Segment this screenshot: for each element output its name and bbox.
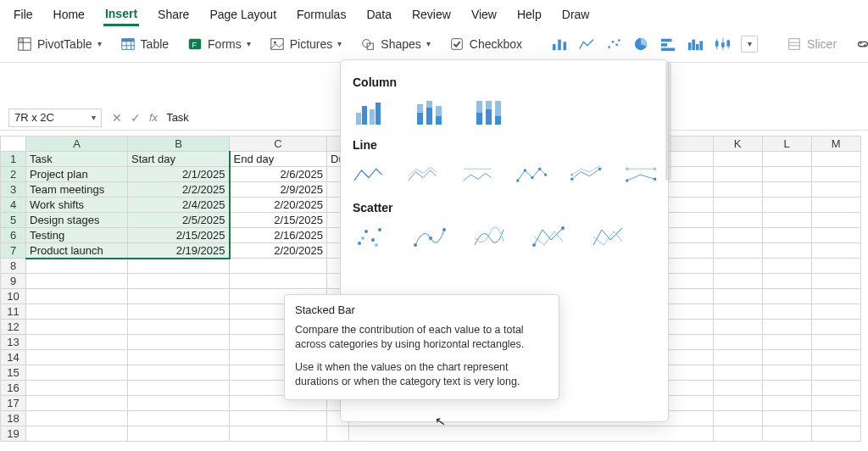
cell[interactable]: 2/15/2025 xyxy=(128,228,230,243)
row-header[interactable]: 5 xyxy=(1,213,26,228)
cell[interactable]: 2/19/2025 xyxy=(128,243,230,259)
accept-formula-icon[interactable]: ✓ xyxy=(131,111,141,125)
col-header-A[interactable]: A xyxy=(26,136,128,152)
tab-home[interactable]: Home xyxy=(52,4,86,25)
panel-scrollbar[interactable] xyxy=(665,62,671,181)
cell[interactable]: Task xyxy=(26,152,128,167)
row-header[interactable]: 19 xyxy=(1,426,26,442)
cell[interactable]: Design stages xyxy=(26,213,128,228)
percent-stacked-line-button[interactable] xyxy=(462,160,492,189)
chart-bar-icon[interactable] xyxy=(659,36,676,52)
shapes-button[interactable]: Shapes▾ xyxy=(355,33,435,55)
link-button[interactable]: Link xyxy=(850,33,868,55)
chart-line-icon[interactable] xyxy=(578,36,595,52)
pivottable-icon xyxy=(17,36,32,52)
chart-scatter-icon[interactable] xyxy=(605,36,622,52)
row-header[interactable]: 12 xyxy=(1,320,26,335)
chart-histogram-icon[interactable] xyxy=(687,36,704,52)
scatter-straight-markers-button[interactable] xyxy=(531,223,566,252)
cell[interactable]: 2/15/2025 xyxy=(230,213,327,228)
line-markers-button[interactable] xyxy=(516,160,547,189)
cell[interactable]: 2/20/2025 xyxy=(230,243,327,259)
row-header[interactable]: 6 xyxy=(1,228,26,243)
row-header[interactable]: 1 xyxy=(1,152,26,167)
percent-line-markers-button[interactable] xyxy=(626,160,656,189)
chart-stock-icon[interactable] xyxy=(714,36,731,52)
tab-page-layout[interactable]: Page Layout xyxy=(208,4,278,25)
row-header[interactable]: 14 xyxy=(1,350,26,365)
cell[interactable]: Product launch xyxy=(26,243,128,259)
row-header[interactable]: 4 xyxy=(1,198,26,213)
cell[interactable] xyxy=(713,152,762,167)
table-button[interactable]: Table xyxy=(115,33,174,55)
tab-draw[interactable]: Draw xyxy=(560,4,592,25)
scatter-smooth-markers-button[interactable] xyxy=(412,223,448,252)
cell[interactable]: Testing xyxy=(26,228,128,243)
svg-point-21 xyxy=(615,43,618,46)
cell[interactable]: Work shifts xyxy=(26,198,128,213)
fx-icon[interactable]: fx xyxy=(149,111,158,124)
checkbox-button[interactable]: Checkbox xyxy=(444,33,527,55)
cell[interactable]: Project plan xyxy=(26,167,128,182)
svg-rect-5 xyxy=(121,38,133,42)
scatter-button[interactable] xyxy=(353,223,388,252)
row-header[interactable]: 9 xyxy=(1,274,26,289)
cell[interactable]: Team meetings xyxy=(26,182,128,198)
col-header-L[interactable]: L xyxy=(762,136,811,152)
cell[interactable]: 2/16/2025 xyxy=(230,228,327,243)
percent-stacked-column-button[interactable] xyxy=(471,97,507,126)
cell[interactable]: End day xyxy=(230,152,327,167)
cell[interactable]: 2/5/2025 xyxy=(128,213,230,228)
cell[interactable]: 2/20/2025 xyxy=(230,198,327,213)
tab-file[interactable]: File xyxy=(12,4,35,25)
row-header[interactable]: 10 xyxy=(1,289,26,304)
scatter-straight-button[interactable] xyxy=(590,223,626,252)
select-all-corner[interactable] xyxy=(1,136,26,152)
scatter-smooth-button[interactable] xyxy=(471,223,507,252)
tab-review[interactable]: Review xyxy=(410,4,453,25)
row-header[interactable]: 8 xyxy=(1,259,26,274)
stacked-column-button[interactable] xyxy=(412,97,448,126)
cancel-formula-icon[interactable]: ✕ xyxy=(112,111,122,125)
tab-insert[interactable]: Insert xyxy=(103,3,139,26)
row-header[interactable]: 3 xyxy=(1,182,26,198)
chart-more-button[interactable]: ▾ xyxy=(741,36,758,53)
stacked-line-button[interactable] xyxy=(407,160,437,189)
col-header-B[interactable]: B xyxy=(128,136,230,152)
cell[interactable] xyxy=(811,152,860,167)
col-header-C[interactable]: C xyxy=(230,136,327,152)
stacked-line-markers-button[interactable] xyxy=(570,160,601,189)
clustered-column-button[interactable] xyxy=(353,97,388,126)
cell[interactable] xyxy=(762,152,811,167)
tab-help[interactable]: Help xyxy=(515,4,543,25)
row-header[interactable]: 18 xyxy=(1,411,26,426)
row-header[interactable]: 11 xyxy=(1,304,26,320)
chart-column-icon[interactable] xyxy=(551,36,568,52)
row-header[interactable]: 17 xyxy=(1,396,26,411)
cell[interactable]: 2/4/2025 xyxy=(128,198,230,213)
row-header[interactable]: 2 xyxy=(1,167,26,182)
col-header-K[interactable]: K xyxy=(713,136,762,152)
col-header-M[interactable]: M xyxy=(811,136,860,152)
chart-pie-icon[interactable] xyxy=(632,36,649,52)
row-header[interactable]: 7 xyxy=(1,243,26,259)
row-header[interactable]: 15 xyxy=(1,365,26,381)
tab-view[interactable]: View xyxy=(470,4,498,25)
row-header[interactable]: 13 xyxy=(1,335,26,350)
tab-share[interactable]: Share xyxy=(156,4,191,25)
pivottable-button[interactable]: PivotTable▾ xyxy=(12,33,107,55)
tab-data[interactable]: Data xyxy=(364,4,393,25)
line-button[interactable] xyxy=(353,160,383,189)
cell[interactable]: Start day xyxy=(128,152,230,167)
cell[interactable]: 2/9/2025 xyxy=(230,182,327,198)
tab-formulas[interactable]: Formulas xyxy=(295,4,348,25)
cell[interactable]: 2/6/2025 xyxy=(230,167,327,182)
svg-rect-16 xyxy=(553,44,556,50)
cell[interactable]: 2/1/2025 xyxy=(128,167,230,182)
pictures-button[interactable]: Pictures▾ xyxy=(264,33,348,55)
cell[interactable]: 2/2/2025 xyxy=(128,182,230,198)
row-header[interactable]: 16 xyxy=(1,381,26,396)
svg-rect-11 xyxy=(271,38,283,49)
name-box[interactable]: 7R x 2C ▾ xyxy=(8,109,102,127)
forms-button[interactable]: F Forms▾ xyxy=(182,33,256,55)
